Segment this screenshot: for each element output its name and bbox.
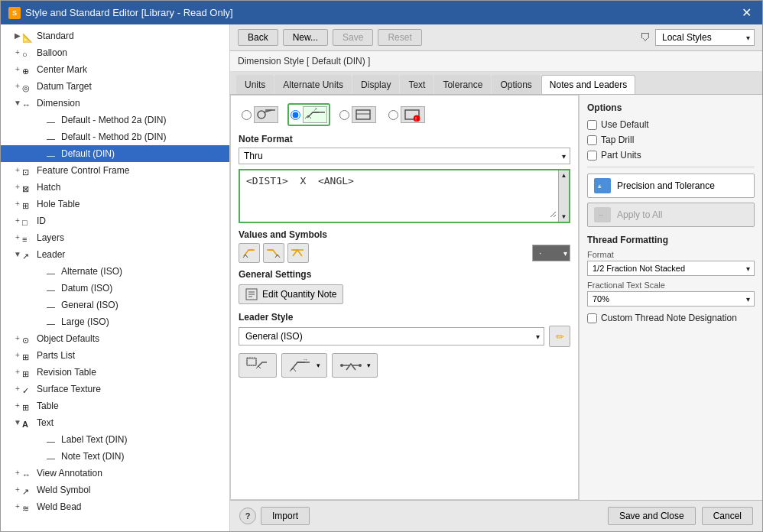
part-units-checkbox[interactable] xyxy=(587,151,597,161)
sym-btn-3[interactable] xyxy=(287,243,309,263)
tree-label: Note Text (DIN) xyxy=(61,449,124,463)
tree-label: Object Defaults xyxy=(37,332,99,345)
close-button[interactable]: ✕ xyxy=(739,5,755,20)
tab-options[interactable]: Options xyxy=(492,75,540,94)
leader-edit-button[interactable]: ✏ xyxy=(549,326,570,347)
part-units-row: Part Units xyxy=(587,150,755,161)
save-button[interactable]: Save xyxy=(333,29,373,46)
tree-item-object-defaults[interactable]: + ⊙ Object Defaults xyxy=(1,330,229,347)
tab-units[interactable]: Units xyxy=(236,75,274,94)
apply-to-all-button[interactable]: ↔ Apply to All xyxy=(587,203,755,227)
bottom-left: ? Import xyxy=(239,507,310,525)
radio-icon-box-2: ↗ xyxy=(303,106,327,123)
radio-option-4[interactable]: ! xyxy=(385,103,428,126)
leader-dropdown-wrapper: General (ISO) Alternate (ISO) Large (ISO… xyxy=(239,327,544,345)
scroll-down-icon: ▼ xyxy=(561,213,567,220)
right-panel: Back New... Save Reset ⛉ Local Styles Al… xyxy=(230,24,762,531)
options-divider xyxy=(587,167,755,167)
tab-alternate-units[interactable]: Alternate Units xyxy=(274,75,352,94)
radio-input-4[interactable] xyxy=(388,110,398,120)
tree-item-leader-alternate[interactable]: — Alternate (ISO) xyxy=(1,263,229,280)
tree-item-hatch[interactable]: + ⊠ Hatch xyxy=(1,179,229,196)
tap-drill-checkbox[interactable] xyxy=(587,135,597,145)
format-dropdown[interactable]: 1/2 Fraction Not Stacked Decimal Stacked… xyxy=(587,261,755,276)
tree-item-dim-method-2a[interactable]: — Default - Method 2a (DIN) xyxy=(1,112,229,128)
radio-option-2[interactable]: ↗ xyxy=(287,103,330,126)
tree-item-leader-large[interactable]: — Large (ISO) xyxy=(1,313,229,330)
tab-notes-leaders[interactable]: Notes and Leaders xyxy=(541,75,635,94)
id-icon: □ xyxy=(22,216,34,226)
use-default-checkbox[interactable] xyxy=(587,120,597,130)
tree-item-table[interactable]: + ⊞ Table xyxy=(1,397,229,414)
line-icon: — xyxy=(47,131,59,142)
tree-item-text-label[interactable]: — Label Text (DIN) xyxy=(1,431,229,448)
tree-item-datum-target[interactable]: + ◎ Datum Target xyxy=(1,78,229,95)
leader-style-dropdown[interactable]: General (ISO) Alternate (ISO) Large (ISO… xyxy=(239,327,544,345)
tree-item-parts-list[interactable]: + ⊞ Parts List xyxy=(1,347,229,364)
leader-icon-btn-2[interactable]: → ▾ xyxy=(281,353,327,378)
tree-item-leader-datum[interactable]: — Datum (ISO) xyxy=(1,280,229,297)
tree-item-weld-bead[interactable]: + ≋ Weld Bead xyxy=(1,498,229,515)
tree-item-dim-default-din[interactable]: — Default (DIN) xyxy=(1,145,229,162)
tree-item-dim-method-2b[interactable]: — Default - Method 2b (DIN) xyxy=(1,128,229,145)
tree-label: Text xyxy=(37,416,54,430)
tree-item-balloon[interactable]: + ○ Balloon xyxy=(1,44,229,61)
tree-label: Hatch xyxy=(37,180,60,194)
cancel-button[interactable]: Cancel xyxy=(702,507,753,525)
tab-tolerance[interactable]: Tolerance xyxy=(434,75,491,94)
tree-item-center-mark[interactable]: + ⊕ Center Mark xyxy=(1,61,229,78)
radio-option-1[interactable] xyxy=(239,103,281,126)
fractional-scale-dropdown[interactable]: 70% 50% 100% xyxy=(587,291,755,307)
sym-icon-1 xyxy=(242,247,256,259)
tree-item-surface-texture[interactable]: + ✓ Surface Texture xyxy=(1,381,229,397)
use-default-row: Use Default xyxy=(587,119,755,130)
svg-text:±: ± xyxy=(598,183,602,190)
import-button[interactable]: Import xyxy=(261,507,310,525)
tree-item-id[interactable]: + □ ID xyxy=(1,212,229,229)
tree-label: Center Mark xyxy=(37,63,87,76)
tree-item-standard[interactable]: ▶ 📐 Standard xyxy=(1,28,229,44)
tree-item-text[interactable]: ▼ A Text xyxy=(1,414,229,431)
tree-item-leader-general[interactable]: — General (ISO) xyxy=(1,297,229,313)
tab-text[interactable]: Text xyxy=(400,75,433,94)
bottom-right: Save and Close Cancel xyxy=(608,507,753,525)
radio-icon-svg-4: ! xyxy=(403,108,423,122)
tree-item-revision-table[interactable]: + ⊞ Revision Table xyxy=(1,364,229,381)
svg-point-23 xyxy=(359,364,362,367)
dot-dropdown[interactable]: · • xyxy=(532,245,570,261)
tree-item-weld-symbol[interactable]: + ↗ Weld Symbol xyxy=(1,482,229,498)
radio-option-3[interactable] xyxy=(336,103,379,126)
local-styles-dropdown[interactable]: Local Styles All Styles xyxy=(655,29,755,46)
tree-item-feature-control[interactable]: + ⊡ Feature Control Frame xyxy=(1,162,229,179)
filter-section: ⛉ Local Styles All Styles xyxy=(640,29,755,46)
precision-tolerance-button[interactable]: ± Precision and Tolerance xyxy=(587,174,755,198)
note-format-dropdown[interactable]: Thru xyxy=(239,148,570,164)
tab-display[interactable]: Display xyxy=(352,75,399,94)
tree-item-view-annotation[interactable]: + ↔ View Annotation xyxy=(1,465,229,482)
svg-text:!: ! xyxy=(415,116,417,122)
tree-item-layers[interactable]: + ≡ Layers xyxy=(1,229,229,246)
help-button[interactable]: ? xyxy=(239,508,256,524)
radio-input-2[interactable] xyxy=(291,110,300,120)
tree-label: View Annotation xyxy=(37,466,102,480)
scrollbar[interactable]: ▲ ▼ xyxy=(558,170,569,222)
leader-icon-btn-3[interactable]: ▾ xyxy=(332,353,378,378)
edit-quantity-note-button[interactable]: Edit Quantity Note xyxy=(239,284,343,304)
new-button[interactable]: New... xyxy=(283,29,328,46)
sym-btn-1[interactable] xyxy=(239,243,260,263)
tree-item-text-note[interactable]: — Note Text (DIN) xyxy=(1,448,229,465)
save-close-button[interactable]: Save and Close xyxy=(608,507,696,525)
custom-thread-checkbox[interactable] xyxy=(587,313,597,323)
radio-input-1[interactable] xyxy=(242,110,252,120)
sym-btn-2[interactable] xyxy=(263,243,284,263)
tree-item-leader[interactable]: ▼ ↗ Leader xyxy=(1,246,229,263)
tree-item-hole-table[interactable]: + ⊞ Hole Table xyxy=(1,196,229,212)
note-format-textarea[interactable]: <DIST1> X <ANGL> xyxy=(242,172,557,218)
tree-item-dimension[interactable]: ▼ ↔ Dimension xyxy=(1,95,229,112)
panel-left-content: ↗ xyxy=(230,95,579,500)
radio-icon-svg-3 xyxy=(354,108,374,122)
back-button[interactable]: Back xyxy=(238,29,278,46)
leader-icon-btn-1[interactable] xyxy=(239,353,277,378)
reset-button[interactable]: Reset xyxy=(378,29,421,46)
radio-input-3[interactable] xyxy=(339,110,349,120)
